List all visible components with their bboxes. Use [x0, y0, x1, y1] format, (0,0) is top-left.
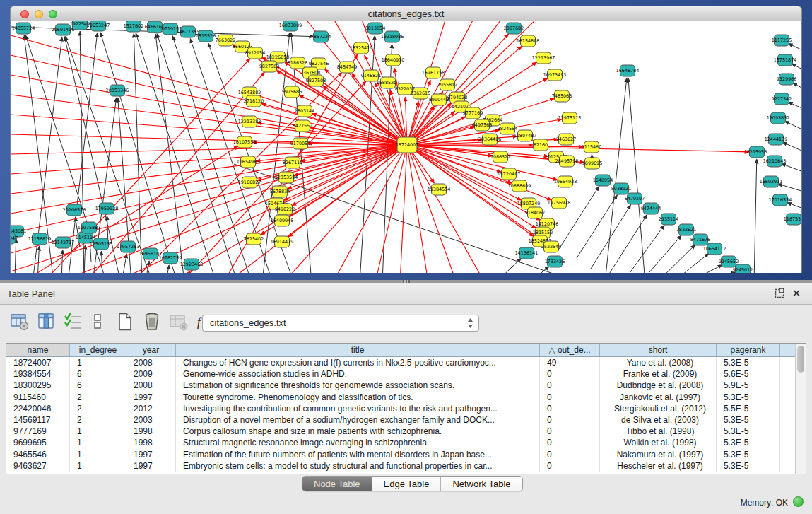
- graph-node-label: 16033809: [279, 23, 302, 28]
- graph-node-label: 16543882: [238, 90, 261, 95]
- cell-out_degree: 0: [540, 460, 600, 472]
- cell-in_degree: 2: [70, 414, 126, 426]
- graph-node-label: 2087682: [504, 25, 524, 31]
- cell-title: Structural magnetic resonance image aver…: [176, 437, 540, 448]
- column-settings-icon[interactable]: [37, 312, 58, 334]
- tab-node-table[interactable]: Node Table: [302, 477, 372, 491]
- svg-text:f: f: [197, 316, 202, 329]
- graph-node-label: 16782759: [159, 255, 182, 261]
- graph-node-label: 9827503: [259, 64, 279, 69]
- graph-node-label: 10654112: [703, 246, 726, 252]
- graph-node-label: 16409948: [271, 218, 294, 223]
- graph-node-label: 62160: [534, 142, 548, 148]
- close-panel-icon[interactable]: ✕: [791, 288, 802, 299]
- cell-year: 2003: [126, 414, 176, 426]
- column-header-pagerank[interactable]: pagerank: [717, 344, 780, 357]
- network-graph[interactable]: 8660123891295418226058982750381863289827…: [11, 21, 801, 273]
- tab-network-table[interactable]: Network Table: [441, 477, 522, 491]
- cell-year: 2012: [126, 403, 176, 414]
- graph-node-label: 9115460: [582, 144, 601, 150]
- table-vertical-scrollbar[interactable]: [795, 344, 806, 474]
- table-tabs: Node TableEdge TableNetwork Table: [302, 476, 523, 491]
- graph-node-label: 19166827: [238, 180, 261, 185]
- graph-node-label: 12213967: [532, 55, 555, 61]
- select-all-icon[interactable]: [64, 312, 85, 334]
- network-select-value: citations_edges.txt: [210, 317, 286, 328]
- graph-node-label: 18226058: [266, 54, 290, 60]
- table-row[interactable]: 977716911998Corpus callosum shape and si…: [6, 426, 795, 437]
- column-header-out_degree[interactable]: △ out_de...: [540, 344, 600, 357]
- graph-node-label: 9699695: [582, 160, 602, 166]
- graph-node-label: 15720407: [498, 171, 521, 177]
- cell-name: 19384554: [6, 368, 70, 380]
- cell-year: 2008: [126, 357, 176, 368]
- delete-icon[interactable]: [142, 312, 163, 334]
- graph-node-label: 2522544: [541, 244, 561, 250]
- new-file-icon[interactable]: [115, 312, 136, 334]
- tab-edge-table[interactable]: Edge Table: [372, 477, 442, 491]
- graph-node-label: 10654983: [237, 159, 260, 165]
- column-header-short[interactable]: short: [600, 344, 717, 357]
- cell-year: 2008: [126, 380, 176, 391]
- attribute-table: namein_degreeyeartitle△ out_de...shortpa…: [6, 343, 806, 474]
- table-row[interactable]: 1456911722003Disruption of a novel membe…: [6, 414, 795, 426]
- graph-node-label: 12975115: [558, 115, 582, 121]
- table-row[interactable]: 946554611997Estimation of the future num…: [6, 449, 795, 460]
- graph-node-label: 7857224: [311, 34, 331, 40]
- delete-table-icon[interactable]: [169, 312, 190, 334]
- table-row[interactable]: 969969511998Structural magnetic resonanc…: [6, 437, 795, 448]
- column-header-year[interactable]: year: [126, 344, 176, 357]
- cell-short: Yano et al. (2008): [600, 357, 717, 368]
- graph-node-label: 7485063: [552, 93, 572, 99]
- graph-node-label: 7955812: [437, 82, 457, 88]
- table-row[interactable]: 946362711997Embryonic stem cells: a mode…: [6, 460, 795, 472]
- table-row[interactable]: 1872400712008Changes of HCN gene express…: [6, 357, 795, 368]
- scrollbar-thumb[interactable]: [797, 346, 804, 373]
- table-row[interactable]: 1830029562008Estimation of significance …: [6, 380, 795, 391]
- graph-node-label: 9827546: [309, 61, 329, 66]
- graph-node-label: 8471676: [690, 237, 710, 243]
- table-settings-icon[interactable]: [10, 312, 31, 334]
- cell-year: 1997: [126, 392, 176, 403]
- graph-node-label: 1640954: [593, 177, 613, 183]
- graph-node-label: 16914479: [271, 239, 294, 245]
- cell-pagerank: 5.9E-5: [717, 380, 780, 391]
- graph-node-label: 20053346: [106, 88, 129, 93]
- graph-node-label: 9184067: [525, 210, 545, 216]
- cell-in_degree: 1: [70, 460, 126, 472]
- graph-node-label: 15751874: [774, 57, 797, 63]
- float-panel-icon[interactable]: [774, 288, 785, 299]
- cell-out_degree: 0: [540, 392, 600, 403]
- table-row[interactable]: 1938455462009Genome-wide association stu…: [6, 368, 795, 380]
- window-titlebar[interactable]: citations_edges.txt: [10, 6, 802, 21]
- column-header-in_degree[interactable]: in_degree: [70, 344, 126, 357]
- graph-node-label: 10975887: [78, 225, 101, 230]
- graph-node-label: 8186328: [288, 60, 307, 66]
- graph-node-label: 8267110: [283, 160, 302, 165]
- graph-node-label: 12444139: [765, 136, 788, 142]
- cell-pagerank: 5.3E-5: [717, 392, 780, 403]
- cell-name: 22420046: [6, 403, 70, 414]
- table-body: 1872400712008Changes of HCN gene express…: [6, 357, 795, 474]
- cell-title: Corpus callosum shape and size in male p…: [176, 426, 540, 437]
- table-row[interactable]: 911546021997Tourette syndrome. Phenomeno…: [6, 392, 795, 403]
- cell-out_degree: 49: [540, 357, 600, 368]
- network-canvas[interactable]: 8660123891295418226058982750381863289827…: [10, 21, 802, 273]
- column-header-title[interactable]: title: [176, 344, 540, 357]
- network-window: citations_edges.txt 86601238912954182260…: [0, 0, 812, 280]
- table-row[interactable]: 2242004622012Investigating the contribut…: [6, 403, 795, 414]
- cell-name: 9699695: [6, 437, 70, 448]
- network-select[interactable]: citations_edges.txt: [202, 315, 479, 332]
- graph-node-label: 8990448: [429, 97, 449, 103]
- cell-year: 1997: [126, 449, 176, 460]
- cell-short: Stergiakouli et al. (2012): [600, 403, 717, 414]
- graph-node-label: 19756928: [548, 200, 571, 206]
- graph-node-label: 9474444: [641, 206, 661, 211]
- clear-selection-icon[interactable]: [88, 312, 110, 334]
- cell-short: Franke et al. (2009): [600, 368, 717, 380]
- column-header-name[interactable]: name: [6, 344, 70, 357]
- graph-node-label: 28495798: [555, 158, 579, 164]
- cell-short: Tibbo et al. (1998): [600, 426, 717, 437]
- cell-out_degree: 0: [540, 437, 600, 448]
- cell-title: Investigating the contribution of common…: [176, 403, 540, 414]
